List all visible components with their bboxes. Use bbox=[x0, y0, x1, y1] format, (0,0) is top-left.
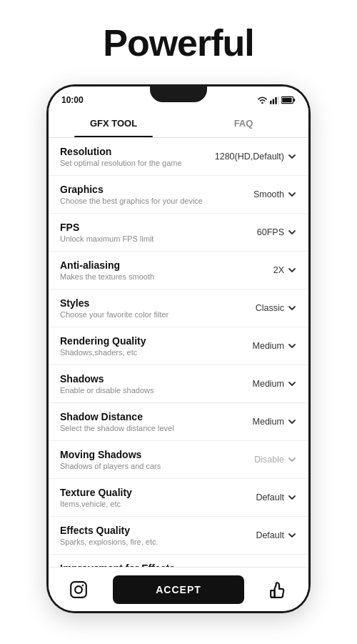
setting-desc-effects-quality: Sparks, explosions, fire, etc. bbox=[60, 538, 240, 546]
chevron-icon-styles bbox=[287, 303, 297, 313]
setting-title-texture-quality: Texture Quality bbox=[60, 487, 240, 498]
phone-notch bbox=[150, 86, 207, 102]
setting-item-effects-quality[interactable]: Effects QualitySparks, explosions, fire,… bbox=[49, 517, 308, 555]
setting-value-shadow-distance: Medium bbox=[240, 417, 297, 427]
wifi-icon bbox=[257, 96, 268, 104]
setting-title-fps: FPS bbox=[60, 222, 240, 233]
setting-value-styles: Classic bbox=[240, 303, 297, 313]
svg-rect-7 bbox=[282, 98, 291, 103]
setting-item-shadows[interactable]: ShadowsEnable or disable shadowsMedium bbox=[49, 365, 308, 403]
setting-desc-graphics: Choose the best graphics for your device bbox=[60, 197, 240, 205]
chevron-icon-texture-quality bbox=[287, 492, 297, 502]
setting-item-improvement-effects[interactable]: Improvement for EffectsImproves the abov… bbox=[49, 555, 308, 567]
svg-rect-8 bbox=[71, 582, 86, 598]
setting-value-effects-quality: Default bbox=[240, 530, 297, 540]
tabs-container: GFX TOOL FAQ bbox=[49, 109, 308, 138]
chevron-icon-rendering-quality bbox=[287, 341, 297, 351]
setting-value-resolution: 1280(HD,Default) bbox=[215, 152, 297, 162]
setting-title-moving-shadows: Moving Shadows bbox=[60, 449, 240, 460]
setting-value-shadows: Medium bbox=[240, 379, 297, 389]
setting-value-anti-aliasing: 2X bbox=[240, 265, 297, 275]
setting-title-graphics: Graphics bbox=[60, 184, 240, 195]
setting-item-moving-shadows[interactable]: Moving ShadowsShadows of players and car… bbox=[49, 441, 308, 479]
setting-value-rendering-quality: Medium bbox=[240, 341, 297, 351]
setting-desc-moving-shadows: Shadows of players and cars bbox=[60, 462, 240, 470]
setting-value-moving-shadows: Disable bbox=[240, 455, 297, 465]
setting-value-fps: 60FPS bbox=[240, 227, 297, 237]
svg-rect-2 bbox=[273, 99, 274, 104]
setting-value-texture-quality: Default bbox=[240, 492, 297, 502]
svg-point-0 bbox=[261, 102, 263, 104]
setting-title-rendering-quality: Rendering Quality bbox=[60, 335, 240, 347]
setting-desc-shadow-distance: Select the shadow distance level bbox=[60, 424, 240, 432]
accept-button[interactable]: ACCEPT bbox=[113, 575, 244, 604]
status-time: 10:00 bbox=[61, 95, 84, 105]
setting-item-graphics[interactable]: GraphicsChoose the best graphics for you… bbox=[49, 176, 308, 214]
chevron-icon-effects-quality bbox=[287, 530, 297, 540]
svg-rect-3 bbox=[275, 97, 276, 104]
setting-item-resolution[interactable]: ResolutionSet optimal resolution for the… bbox=[49, 138, 308, 176]
setting-desc-anti-aliasing: Makes the textures smooth bbox=[60, 272, 240, 281]
signal-icon bbox=[270, 96, 279, 104]
svg-rect-1 bbox=[270, 101, 271, 104]
tab-gfx-tool[interactable]: GFX TOOL bbox=[49, 109, 178, 137]
setting-desc-styles: Choose your favorite color filter bbox=[60, 310, 240, 319]
setting-desc-texture-quality: Items,vehicle, etc bbox=[60, 500, 240, 508]
svg-rect-6 bbox=[293, 99, 295, 101]
chevron-icon-shadow-distance bbox=[287, 417, 297, 427]
bottom-bar: ACCEPT bbox=[49, 567, 308, 611]
setting-desc-resolution: Set optimal resolution for the game bbox=[60, 159, 215, 167]
setting-item-anti-aliasing[interactable]: Anti-aliasingMakes the textures smooth2X bbox=[49, 252, 308, 289]
instagram-icon[interactable] bbox=[66, 577, 91, 603]
page-title: Powerful bbox=[103, 21, 254, 64]
thumbsup-icon[interactable] bbox=[266, 577, 291, 603]
setting-item-rendering-quality[interactable]: Rendering QualityShadows,shaders, etcMed… bbox=[49, 327, 308, 365]
setting-title-styles: Styles bbox=[60, 297, 240, 309]
svg-point-9 bbox=[75, 586, 82, 593]
setting-item-shadow-distance[interactable]: Shadow DistanceSelect the shadow distanc… bbox=[49, 403, 308, 441]
phone-screen: 10:00 bbox=[49, 86, 308, 611]
setting-title-effects-quality: Effects Quality bbox=[60, 525, 240, 536]
setting-title-shadow-distance: Shadow Distance bbox=[60, 411, 240, 422]
chevron-icon-graphics bbox=[287, 189, 297, 199]
chevron-icon-fps bbox=[287, 227, 297, 237]
settings-list: ResolutionSet optimal resolution for the… bbox=[49, 138, 308, 567]
svg-rect-4 bbox=[278, 96, 279, 104]
setting-item-fps[interactable]: FPSUnlock maximum FPS limit60FPS bbox=[49, 214, 308, 252]
setting-desc-shadows: Enable or disable shadows bbox=[60, 386, 240, 395]
chevron-icon-anti-aliasing bbox=[287, 265, 297, 275]
setting-title-shadows: Shadows bbox=[60, 373, 240, 385]
chevron-icon-moving-shadows bbox=[287, 455, 297, 465]
setting-value-graphics: Smooth bbox=[240, 189, 297, 199]
status-icons bbox=[257, 96, 296, 104]
chevron-icon-resolution bbox=[287, 152, 297, 162]
setting-item-texture-quality[interactable]: Texture QualityItems,vehicle, etcDefault bbox=[49, 479, 308, 517]
chevron-icon-shadows bbox=[287, 379, 297, 389]
setting-title-resolution: Resolution bbox=[60, 146, 215, 157]
svg-point-10 bbox=[82, 584, 84, 586]
setting-desc-fps: Unlock maximum FPS limit bbox=[60, 234, 240, 243]
phone-frame: 10:00 bbox=[46, 84, 311, 613]
battery-icon bbox=[281, 96, 296, 104]
tab-faq[interactable]: FAQ bbox=[178, 109, 308, 137]
setting-title-anti-aliasing: Anti-aliasing bbox=[60, 259, 240, 271]
setting-desc-rendering-quality: Shadows,shaders, etc bbox=[60, 348, 240, 357]
setting-item-styles[interactable]: StylesChoose your favorite color filterC… bbox=[49, 289, 308, 327]
